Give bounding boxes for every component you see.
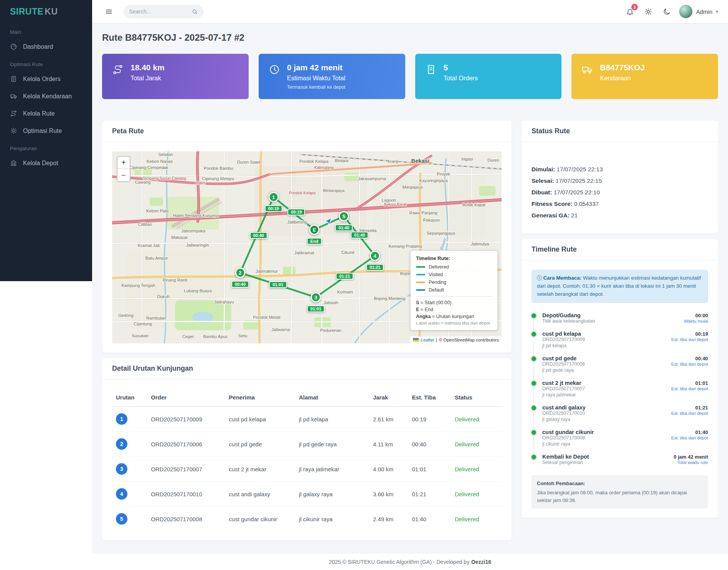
recipient-cell: cust pd kelapa (225, 406, 295, 432)
marker-time-chip: 00:19 (265, 205, 282, 212)
timeline-item-stop-2: cust pd gede00:40 ORD202507170006Est. ti… (532, 355, 708, 380)
status-badge: Delivered (455, 441, 479, 447)
map-label: Simpang Susun Cawang (143, 176, 186, 181)
address-cell: jl cikunir raya (295, 507, 369, 532)
status-badge: Delivered (455, 491, 479, 497)
nav-section-pengaturan: Pengaturan (0, 139, 92, 154)
notifications-button[interactable]: 3 (624, 5, 637, 18)
distance-cell: 2.61 km (369, 406, 408, 432)
attribution-separator: | (436, 338, 437, 342)
sidebar-item-kelola-kendaraan[interactable]: Kelola Kendaraan (0, 88, 92, 105)
map-label: Jatibening (287, 220, 307, 224)
map-label: Bojong Menteng (374, 296, 405, 301)
visit-number-badge: 1 (116, 413, 127, 425)
stat-label: Kendaraan (600, 75, 645, 82)
leaflet-link[interactable]: Leaflet (421, 338, 434, 342)
map-label: Pondok Melati (253, 315, 281, 320)
depot-icon (10, 159, 17, 167)
marker-time-chip: 01:21 (366, 264, 384, 271)
gear-icon (10, 127, 17, 134)
status-badge: Delivered (455, 416, 479, 423)
sidebar-item-label: Kelola Orders (23, 76, 61, 83)
gear-icon (644, 8, 652, 16)
search-icon[interactable] (191, 8, 198, 15)
map-label: Susukan (132, 333, 149, 338)
visits-table: Urutan Order Penerima Alamat Jarak Est. … (112, 389, 502, 531)
zoom-out-button[interactable]: − (117, 169, 130, 181)
status-generasi: Generasi GA:21 (532, 212, 708, 219)
address-cell: jl pd gede raya (295, 432, 369, 457)
eta-cell: 01:40 (408, 507, 451, 532)
map-label: Duren (487, 158, 499, 162)
map-card-title: Peta Rute (102, 121, 512, 142)
sidebar-item-dashboard[interactable]: Dashboard (0, 38, 92, 55)
recipient-cell: cust andi galaxy (225, 482, 295, 507)
map-label: Jatiwarna (271, 327, 290, 332)
distance-cell: 4.00 km (369, 457, 408, 482)
timeline-info-alert: ⓘCara Membaca: Waktu menunjukkan estimas… (532, 270, 708, 303)
marker-circle: 4 (370, 251, 380, 261)
sidebar-item-kelola-depot[interactable]: Kelola Depot (0, 154, 92, 172)
map-label: Pondok Bambu (204, 166, 233, 171)
map-label: Cikunir (341, 250, 355, 255)
table-row: 4 ORD202507170010 cust andi galaxy jl ga… (112, 482, 502, 507)
map-label: Duren Sawit (237, 160, 261, 164)
route-icon (10, 110, 17, 117)
map-label: Rambutan (146, 316, 166, 320)
zoom-in-button[interactable]: + (117, 157, 130, 169)
visits-card-title: Detail Urutan Kunjungan (102, 358, 512, 379)
map-label: Kranji (388, 159, 399, 164)
sidebar-item-label: Kelola Kendaraan (23, 93, 72, 100)
sidebar-item-label: Kelola Rute (23, 110, 55, 117)
stat-total-jarak: 18.40 km Total Jarak (102, 54, 249, 99)
stat-label: Estimasi Waktu Total (287, 75, 345, 82)
stat-cards: 18.40 km Total Jarak 0 jam 42 menit Esti… (102, 54, 718, 99)
map-label: Rawa Panjang (409, 210, 437, 215)
map-label: Cipinang Melayu (202, 176, 234, 181)
map-label: Jakasampurna (358, 176, 386, 181)
table-row: 5 ORD202507170008 cust gundar cikunir jl… (112, 507, 502, 532)
menu-toggle-button[interactable] (102, 5, 115, 18)
user-menu[interactable]: Admin ▾ (679, 5, 718, 18)
dark-mode-toggle[interactable] (660, 5, 674, 18)
map-label: Bekasi Barat (384, 202, 406, 207)
sidebar-item-kelola-rute[interactable]: Kelola Rute (0, 105, 92, 122)
map-label: Sepanjangjaya (427, 231, 456, 235)
stat-value: 18.40 km (130, 63, 165, 72)
map-label: Jatirahayu (214, 300, 234, 304)
stat-value: 5 (444, 63, 478, 72)
col-penerima: Penerima (225, 389, 295, 406)
map-viewport[interactable]: SelatanKebon NanasCipinang CempedakDuren… (112, 151, 502, 343)
legend-item-label: Delivered (429, 264, 449, 270)
receipt-icon (425, 64, 437, 75)
map-label: Kemang Pratama (389, 244, 423, 249)
left-column: Peta Rute (102, 121, 512, 540)
search-input[interactable] (129, 8, 188, 15)
status-card-title: Status Rute (522, 121, 718, 142)
visit-number-badge: 5 (116, 513, 127, 525)
moon-icon (663, 8, 671, 16)
info-icon: ⓘ (537, 275, 542, 281)
sidebar-item-kelola-orders[interactable]: Kelola Orders (0, 70, 92, 88)
dashboard-icon (10, 43, 17, 50)
map-label: Kebon Nanas (147, 159, 173, 164)
timeline-dot (532, 455, 536, 459)
map-label: Bekasi (411, 158, 429, 164)
map-label: Jatiasih (324, 300, 338, 305)
map-label: Jatiwaringin (186, 243, 209, 247)
map-label: Kramat Jati (138, 243, 160, 248)
route-icon (112, 64, 124, 75)
map-label: Selatan (158, 152, 173, 157)
map-label: Makasar (171, 235, 188, 240)
map-label: Pinang Ranti (163, 278, 187, 282)
nav-section-optimasi: Optimasi Rute (0, 55, 92, 70)
brand-logo[interactable]: SIRUTE KU (0, 0, 92, 23)
legend-item-label: Default (429, 287, 444, 293)
map-label: Pondok Kelapa (299, 159, 329, 164)
map-label: Jaticempaka (181, 229, 206, 233)
osm-attribution-link[interactable]: © OpenStreetMap contributors (439, 338, 499, 342)
sidebar-item-optimasi-rute[interactable]: Optimasi Rute (0, 122, 92, 139)
col-jarak: Jarak (369, 389, 408, 406)
settings-button[interactable] (642, 5, 655, 18)
truck-icon (581, 64, 593, 75)
